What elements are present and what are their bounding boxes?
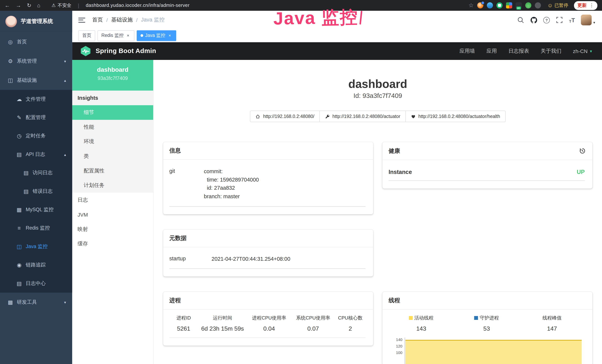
sidebar-item-label: 日志中心	[26, 280, 46, 287]
legend-label: 线程峰值	[542, 315, 562, 321]
extension-icon-6[interactable]	[525, 2, 531, 8]
sidebar-item-system-mgmt[interactable]: ⚙ 系统管理 ▾	[0, 51, 72, 71]
forward-icon[interactable]: →	[16, 3, 21, 8]
sba-menu-classes[interactable]: 类	[72, 149, 153, 163]
health-card: 健康 Instance UP	[383, 142, 592, 189]
sba-menu-environment[interactable]: 环境	[72, 134, 153, 149]
metadata-card: 元数据 startup 2021-04-27T00:44:31.254+08:0…	[163, 230, 373, 277]
sba-menu-caches[interactable]: 缓存	[72, 237, 153, 251]
tab-home[interactable]: 首页	[78, 30, 95, 41]
font-size-icon[interactable]: TT	[569, 17, 575, 23]
browser-home-icon[interactable]: ⌂	[37, 3, 40, 8]
script-paused-badge[interactable]: ☺ 已暂停	[547, 2, 568, 9]
chart-plot-area	[405, 338, 582, 364]
sidebar-item-mysql-monitor[interactable]: ▦ MySQL 监控	[0, 201, 72, 219]
instance-links: http://192.168.0.2:48080/ http://192.168…	[153, 110, 602, 122]
chrome-update-button[interactable]: 更新 ⋮	[574, 1, 597, 10]
tab-redis-monitor[interactable]: Redis 监控 ×	[97, 30, 134, 41]
extension-icon-2[interactable]	[487, 2, 493, 8]
table-column: 系统CPU使用率 0.07	[291, 315, 335, 332]
service-url-button[interactable]: http://192.168.0.2:48080/	[250, 110, 320, 122]
sba-menu-jvm[interactable]: JVM	[72, 207, 153, 222]
sidebar-item-infrastructure[interactable]: ◫ 基础设施 ▴	[0, 71, 72, 90]
tab-close-icon[interactable]: ×	[126, 33, 130, 38]
reload-icon[interactable]: ↻	[27, 3, 31, 8]
back-icon[interactable]: ←	[5, 3, 10, 8]
sba-menu-mappings[interactable]: 映射	[72, 222, 153, 237]
table-row: git commit: time: 1596289704000 id: 27aa…	[169, 165, 366, 206]
logo-avatar	[5, 16, 17, 27]
sba-nav-wallboard[interactable]: 应用墙	[459, 48, 475, 54]
search-icon[interactable]	[517, 17, 524, 23]
row-key: startup	[169, 255, 212, 263]
actuator-url-button[interactable]: http://192.168.0.2:48080/actuator	[320, 110, 406, 122]
table-column: 运行时间 6d 23h 15m 59s	[198, 315, 247, 332]
tab-java-monitor[interactable]: Java 监控 ×	[137, 30, 176, 41]
table-column: CPU核心数 2	[335, 315, 366, 332]
document-icon: ▤	[23, 170, 29, 176]
legend-swatch-yellow	[409, 316, 413, 320]
sba-nav-applications[interactable]: 应用	[486, 48, 497, 54]
sidebar-item-access-logs[interactable]: ▤ 访问日志	[0, 163, 72, 182]
sidebar-item-java-monitor[interactable]: ◫ Java 监控	[0, 237, 72, 256]
sidebar-item-log-center[interactable]: ▤ 日志中心	[0, 274, 72, 293]
extension-icon-5[interactable]: on	[516, 2, 522, 8]
sidebar-item-tracing[interactable]: ◉ 链路追踪	[0, 256, 72, 274]
breadcrumb-infrastructure[interactable]: 基础设施	[111, 17, 133, 23]
sba-brand-title[interactable]: Spring Boot Admin	[96, 47, 156, 55]
caret-down-icon: ▾	[593, 21, 595, 25]
instance-name: dashboard	[72, 66, 153, 73]
tag-tabs-bar: 首页 Redis 监控 × Java 监控 ×	[72, 29, 602, 42]
security-indicator[interactable]: ⚠ 不安全	[52, 2, 71, 9]
breadcrumb-home[interactable]: 首页	[92, 17, 103, 23]
sidebar-item-home[interactable]: ◎ 首页	[0, 32, 72, 52]
help-icon[interactable]: ?	[543, 17, 550, 23]
bookmark-star-icon[interactable]: ☆	[469, 2, 474, 9]
breadcrumb: 首页 / 基础设施 / Java 监控	[92, 17, 165, 23]
sba-sidebar: dashboard 93a3fc7f7409 Insights 细节 性能 环境…	[72, 60, 153, 364]
history-icon[interactable]	[579, 147, 586, 155]
extension-icon-1[interactable]	[477, 2, 483, 8]
sba-nav-journal[interactable]: 日志报表	[508, 48, 529, 54]
sba-menu-metrics[interactable]: 性能	[72, 120, 153, 134]
extension-icon-3[interactable]	[496, 2, 502, 8]
extension-icon-7[interactable]	[535, 2, 541, 8]
spring-boot-admin-logo-icon	[80, 45, 91, 57]
sba-menu-config-props[interactable]: 配置属性	[72, 163, 153, 178]
sidebar-item-scheduled-jobs[interactable]: ◷ 定时任务	[0, 127, 72, 145]
update-label: 更新	[577, 2, 587, 9]
sba-menu-details[interactable]: 细节	[72, 105, 153, 120]
address-bar[interactable]: dashboard.yudao.iocoder.cn/infra/admin-s…	[86, 3, 190, 8]
sba-menu-scheduled-tasks[interactable]: 计划任务	[72, 178, 153, 193]
table-column: 进程ID 5261	[169, 315, 198, 332]
sidebar-item-file-mgmt[interactable]: ☁ 文件管理	[0, 90, 72, 108]
app-logo[interactable]: 芋道管理系统	[0, 11, 72, 32]
browser-chrome: ← → ↻ ⌂ ⚠ 不安全 | dashboard.yudao.iocoder.…	[0, 0, 602, 11]
layers-icon: ≡	[16, 225, 22, 231]
process-card: 进程 进程ID 5261 运行时间 6d 23h 15m 59s 进程CPU使用…	[163, 292, 373, 346]
locale-selector[interactable]: zh-CN ▾	[573, 48, 592, 54]
sidebar-item-label: API 日志	[26, 151, 45, 158]
user-menu[interactable]: ▾	[581, 15, 595, 25]
sba-menu-logs[interactable]: 日志	[72, 193, 153, 207]
fullscreen-icon[interactable]	[556, 17, 563, 23]
sidebar-item-redis-monitor[interactable]: ≡ Redis 监控	[0, 219, 72, 237]
cell-value: 2	[337, 325, 364, 332]
sba-nav-about[interactable]: 关于我们	[541, 48, 561, 54]
health-url-button[interactable]: http://192.168.0.2:48080/actuator/health	[405, 110, 505, 122]
sidebar-collapse-icon[interactable]	[78, 17, 85, 22]
github-icon[interactable]	[530, 17, 537, 23]
sidebar-item-dev-tools[interactable]: ▩ 研发工具 ▾	[0, 293, 72, 312]
smiley-icon: ☺	[547, 3, 553, 8]
legend-label: 活动线程	[414, 315, 434, 321]
instance-header[interactable]: dashboard 93a3fc7f7409	[72, 60, 153, 91]
table-column: 进程CPU使用率 0.04	[247, 315, 291, 332]
tab-close-icon[interactable]: ×	[167, 33, 172, 38]
sidebar-item-label: Java 监控	[26, 243, 48, 250]
sidebar-item-label: 配置管理	[26, 114, 46, 121]
sidebar-item-config-mgmt[interactable]: ✎ 配置管理	[0, 108, 72, 127]
sidebar-item-error-logs[interactable]: ▤ 错误日志	[0, 182, 72, 201]
chevron-down-icon: ▾	[64, 59, 66, 63]
extension-icon-4[interactable]	[506, 2, 512, 8]
sidebar-item-api-logs[interactable]: ▤ API 日志 ▴	[0, 145, 72, 163]
